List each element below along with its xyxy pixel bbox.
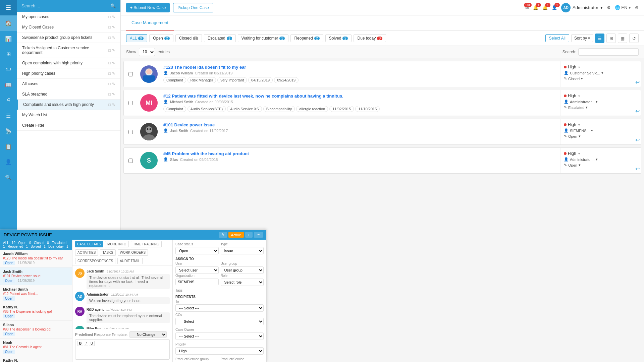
time-tracking-tab[interactable]: TIME TRACKING xyxy=(131,241,162,247)
overlay-action-btn-4[interactable]: ⋯ xyxy=(254,232,263,238)
priority-chevron-4[interactable]: ▾ xyxy=(578,152,580,156)
list-icon[interactable]: ☰ xyxy=(0,108,17,123)
nav-item-high-priority[interactable]: High priority cases □ ✎ xyxy=(17,68,120,79)
activities-tab[interactable]: ACTIVITIES xyxy=(75,249,98,256)
show-select[interactable]: 10 25 50 xyxy=(139,48,155,56)
filter-solved-button[interactable]: Solved 2 xyxy=(325,34,352,42)
email-notifications-button[interactable]: ✉ 104 xyxy=(525,5,529,10)
case-status-detail-select[interactable]: Open Closed xyxy=(175,247,219,254)
priority-chevron-3[interactable]: ▾ xyxy=(578,123,580,127)
person-icon[interactable]: 👤 xyxy=(0,154,17,170)
status-chevron-3[interactable]: ▾ xyxy=(579,134,581,138)
print-icon[interactable]: 🖨 xyxy=(0,93,17,108)
nav-search-input[interactable] xyxy=(21,3,108,8)
filter-waiting-button[interactable]: Waiting for customer 1 xyxy=(238,34,289,42)
filter-reopened-button[interactable]: Reopened 2 xyxy=(290,34,323,42)
home-icon[interactable]: 🏠 xyxy=(0,15,17,31)
nav-search-icon[interactable]: 🔍 xyxy=(110,3,116,8)
nav-item-all-cases[interactable]: All cases □ ✎ xyxy=(17,79,120,89)
nav-item-sla-breached[interactable]: SLA breached □ ✎ xyxy=(17,89,120,100)
nav-item-swipesense[interactable]: Swipesense product group open tickets □ … xyxy=(17,33,120,43)
case-checkbox-2[interactable] xyxy=(124,90,137,116)
italic-btn[interactable]: I xyxy=(84,341,88,346)
reply-button-2[interactable]: ↩ xyxy=(634,107,641,116)
settings-button[interactable]: ⚙ xyxy=(607,5,611,10)
case-checkbox-1[interactable] xyxy=(124,61,137,87)
reply-button-1[interactable]: ↩ xyxy=(634,78,641,87)
filter-due-today-button[interactable]: Due today 0 xyxy=(354,34,386,42)
chart-icon[interactable]: 📊 xyxy=(0,31,17,46)
grid-icon[interactable]: ⊞ xyxy=(0,46,17,62)
case-title-1[interactable]: #123 The model Ida doesn't fit to my ear xyxy=(163,65,557,70)
status-chevron-4[interactable]: ▾ xyxy=(579,163,581,167)
case-title-4[interactable]: #45 Problem with the hearing aid product xyxy=(163,151,557,156)
overlay-list-item-6[interactable]: Silana #90 The dispenser is looking go! … xyxy=(0,321,72,339)
overlay-action-btn-2[interactable]: Active xyxy=(228,232,244,238)
priority-detail-select[interactable]: High Medium Low xyxy=(175,347,264,355)
overlay-list-item-5[interactable]: Kathy N. #85 The Dispenser is looking go… xyxy=(0,303,72,321)
search-box-input[interactable] xyxy=(578,48,639,56)
reply-textarea[interactable] xyxy=(77,348,167,357)
overlay-list-item-7[interactable]: Noah #81 The CommHub agent Open xyxy=(0,339,72,356)
user-detail-select[interactable]: Select user xyxy=(175,266,219,274)
pickup-one-case-button[interactable]: Pickup One Case xyxy=(173,3,213,12)
book-icon[interactable]: 📖 xyxy=(0,77,17,93)
filter-open-button[interactable]: Open 2 xyxy=(149,34,173,42)
ccs-select[interactable]: --- Select --- xyxy=(175,318,264,325)
tag-icon[interactable]: 🏷 xyxy=(0,62,17,77)
filter-closed-button[interactable]: Closed 1 xyxy=(175,34,202,42)
case-checkbox-3[interactable] xyxy=(124,119,137,144)
language-selector[interactable]: 🌐 EN ▾ xyxy=(615,5,631,10)
overlay-action-btn-3[interactable]: + xyxy=(245,232,253,238)
correspondences-tab[interactable]: CORRESPONDENCES xyxy=(75,258,115,264)
filter-escalated-button[interactable]: Escalated 1 xyxy=(204,34,236,42)
nav-item-link-icon-2[interactable]: ✎ xyxy=(112,25,115,29)
audit-trail-tab[interactable]: AUDIT TRAIL xyxy=(117,258,143,264)
user-group-select[interactable]: User group xyxy=(221,266,264,274)
search-sidebar-icon[interactable]: 🔍 xyxy=(0,170,17,185)
to-select[interactable]: --- Select --- xyxy=(175,304,264,312)
tasks-tab[interactable]: TASKS xyxy=(100,249,115,256)
template-select[interactable]: -- No Change -- xyxy=(129,331,167,338)
underline-btn[interactable]: U xyxy=(89,341,95,346)
submit-new-case-button[interactable]: + Submit New Case xyxy=(126,3,170,12)
nav-item-watch-list[interactable]: My Watch List xyxy=(17,110,120,120)
grid-view-button[interactable]: ⊞ xyxy=(606,34,616,43)
status-chevron-2[interactable]: ▾ xyxy=(586,105,588,110)
card-view-button[interactable]: ▦ xyxy=(618,34,627,43)
status-chevron-1[interactable]: ▾ xyxy=(581,76,583,81)
role-select[interactable]: Select role xyxy=(221,279,264,286)
nav-item-edit-icon[interactable]: □ xyxy=(108,15,111,19)
nav-item-create-filter[interactable]: Create Filter xyxy=(17,120,120,131)
priority-chevron-1[interactable]: ▾ xyxy=(578,65,580,69)
nav-item-complaints-high-priority[interactable]: Complaints and issues with high priority… xyxy=(17,100,120,110)
nav-item-tickets-assigned[interactable]: Tickets Assigned to Customer service dep… xyxy=(17,43,120,58)
admin-dropdown[interactable]: AD Administrator ▾ xyxy=(561,3,603,12)
bell-notification-1-button[interactable]: 🔔 1 xyxy=(533,5,538,10)
assignee-chevron-3[interactable]: ▾ xyxy=(591,128,593,133)
overlay-list-item-1[interactable]: Jacob William #123 The model Ida doesn't… xyxy=(0,250,72,267)
refresh-button[interactable]: ↺ xyxy=(629,34,639,43)
bell-notification-2-button[interactable]: 🔔 1 xyxy=(542,5,548,10)
person-notification-button[interactable]: 👤 1 xyxy=(552,5,557,10)
reply-button-3[interactable]: ↩ xyxy=(634,135,641,144)
filter-all-button[interactable]: ALL 9 xyxy=(126,34,147,42)
feed-icon[interactable]: 📡 xyxy=(0,123,17,139)
expand-button[interactable]: ⊕ xyxy=(635,5,639,10)
type-detail-select[interactable]: Issue Request xyxy=(221,247,264,254)
tab-case-management[interactable]: Case Management xyxy=(126,15,174,31)
work-orders-tab[interactable]: WORK ORDERS xyxy=(118,249,148,256)
clipboard-icon[interactable]: 📋 xyxy=(0,139,17,154)
assignee-chevron-2[interactable]: ▾ xyxy=(596,100,598,104)
list-view-button[interactable]: ☰ xyxy=(595,34,604,43)
case-title-3[interactable]: #101 Device power issue xyxy=(163,122,557,127)
menu-toggle-icon[interactable]: ☰ xyxy=(0,0,17,15)
sort-by-button[interactable]: Sort by ▾ xyxy=(571,34,593,42)
nav-item-my-open-cases[interactable]: My open cases □ ✎ xyxy=(17,12,120,22)
nav-item-my-closed-cases[interactable]: My Closed Cases □ ✎ xyxy=(17,22,120,33)
nav-item-link-icon[interactable]: ✎ xyxy=(112,15,115,19)
assignee-chevron-1[interactable]: ▾ xyxy=(601,71,603,75)
reply-button-4[interactable]: ↩ xyxy=(634,164,641,173)
case-details-tab[interactable]: CASE DETAILS xyxy=(75,241,103,247)
org-input[interactable] xyxy=(175,279,219,285)
